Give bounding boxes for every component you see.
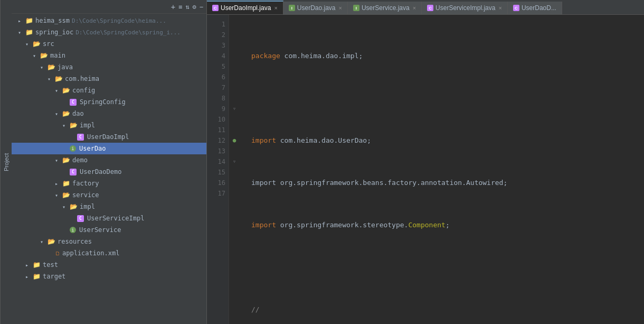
- project-vertical-label: Project: [0, 0, 12, 324]
- service-impl-arrow: ▾: [62, 204, 70, 210]
- settings-icon[interactable]: ⚙: [193, 3, 196, 11]
- user-dao-impl-icon: C: [77, 134, 84, 141]
- service-arrow: ▾: [55, 192, 62, 198]
- user-service-impl-icon: C: [77, 215, 84, 222]
- tree-item-application-xml[interactable]: 🗋 application.xml: [12, 247, 206, 259]
- tree-item-demo[interactable]: ▾ 📂 demo: [12, 154, 206, 166]
- line-num-8: 8: [207, 93, 229, 104]
- java-folder-icon: 📂: [48, 63, 55, 71]
- service-label: service: [72, 191, 99, 199]
- project-icon: 📁: [25, 17, 33, 24]
- test-folder-icon: 📁: [33, 261, 41, 269]
- tab-user-dao-impl[interactable]: C UserDaoImpl.java ×: [207, 1, 283, 14]
- project-tree: ▸ 📁 heima_ssm D:\Code\SpringCode\heima..…: [12, 14, 206, 324]
- tree-item-service[interactable]: ▾ 📂 service: [12, 189, 206, 201]
- service-folder-icon: 📂: [62, 191, 70, 199]
- line-num-5: 5: [207, 61, 229, 72]
- code-line-7: //: [251, 304, 644, 315]
- dao-folder-icon: 📂: [62, 110, 70, 117]
- code-line-2: [251, 93, 644, 104]
- main-folder-icon: 📂: [40, 52, 48, 59]
- tab-close-user-service[interactable]: ×: [413, 5, 416, 11]
- tree-item-resources[interactable]: ▾ 📂 resources: [12, 236, 206, 247]
- tab-user-dao-demo[interactable]: C UserDaoD...: [508, 2, 562, 14]
- tree-item-spring-ioc[interactable]: ▾ 📁 spring_ioc D:\Code\SpringCode\spring…: [12, 26, 206, 38]
- com-heima-folder-icon: 📂: [55, 75, 63, 82]
- dao-impl-label: impl: [80, 122, 95, 129]
- config-arrow: ▾: [55, 88, 62, 94]
- line-num-17: 17: [207, 188, 229, 199]
- factory-folder-icon: 📁: [62, 180, 70, 187]
- code-editor: 1 2 3 4 5 6 7 8 9 10 11 12 13 14 15 16 1: [207, 15, 644, 324]
- tree-item-spring-config[interactable]: C SpringConfig: [12, 96, 206, 108]
- spring-ioc-label: spring_ioc: [35, 29, 73, 36]
- user-service-badge: i: [70, 227, 76, 233]
- tree-item-user-service-impl[interactable]: C UserServiceImpl: [12, 212, 206, 224]
- tree-item-user-dao-impl[interactable]: C UserDaoImpl: [12, 131, 206, 143]
- user-dao-impl-label: UserDaoImpl: [87, 133, 129, 141]
- tree-item-heima-ssm[interactable]: ▸ 📁 heima_ssm D:\Code\SpringCode\heima..…: [12, 15, 206, 26]
- tree-item-dao-impl[interactable]: ▾ 📂 impl: [12, 119, 206, 131]
- service-impl-label: impl: [80, 203, 95, 210]
- tab-label-user-service: UserService.java: [362, 4, 410, 12]
- user-dao-badge: i: [70, 145, 76, 152]
- list-icon[interactable]: ≡: [178, 3, 182, 11]
- tab-close-user-dao[interactable]: ×: [339, 5, 342, 11]
- tree-item-test[interactable]: ▸ 📁 test: [12, 259, 206, 271]
- line-numbers: 1 2 3 4 5 6 7 8 9 10 11 12 13 14 15 16 1: [207, 15, 229, 324]
- add-icon[interactable]: +: [171, 3, 175, 11]
- com-heima-arrow: ▾: [48, 76, 55, 82]
- resources-arrow: ▾: [40, 239, 48, 245]
- user-dao-demo-label: UserDaoDemo: [80, 168, 121, 175]
- tab-user-dao[interactable]: I UserDao.java ×: [283, 2, 348, 14]
- tree-item-config[interactable]: ▾ 📂 config: [12, 85, 206, 96]
- dao-impl-folder-icon: 📂: [70, 122, 78, 129]
- heima-ssm-path: D:\Code\SpringCode\heima...: [72, 17, 166, 24]
- sidebar: + ≡ ⇅ ⚙ − ▸ 📁 heima_ssm D:\Code\SpringCo…: [12, 0, 207, 324]
- fold-line-14[interactable]: ▿: [229, 156, 240, 167]
- tree-item-service-impl[interactable]: ▾ 📂 impl: [12, 201, 206, 212]
- fold-line-9[interactable]: ▿: [229, 104, 240, 114]
- line-num-1: 1: [207, 19, 229, 30]
- project-folder-icon: 📁: [25, 29, 33, 36]
- minimize-icon[interactable]: −: [200, 3, 203, 11]
- spring-config-icon: C: [70, 99, 77, 106]
- spring-ioc-arrow: ▾: [18, 30, 25, 35]
- tree-item-user-service[interactable]: i UserService: [12, 224, 206, 236]
- tree-item-java[interactable]: ▾ 📂 java: [12, 61, 206, 73]
- line-num-6: 6: [207, 72, 229, 82]
- user-dao-label: UserDao: [79, 145, 106, 152]
- application-xml-label: application.xml: [62, 249, 119, 257]
- demo-folder-icon: 📂: [62, 156, 70, 164]
- tab-user-service-impl[interactable]: C UserServiceImpl.java ×: [422, 2, 508, 14]
- main-label: main: [50, 52, 65, 59]
- factory-label: factory: [72, 180, 99, 187]
- gutter: ▿ ● ▿: [229, 15, 240, 324]
- tree-item-factory[interactable]: ▸ 📁 factory: [12, 178, 206, 189]
- tree-item-user-dao-demo[interactable]: C UserDaoDemo: [12, 166, 206, 178]
- tree-item-user-dao[interactable]: i UserDao: [12, 143, 206, 154]
- tree-item-src[interactable]: ▾ 📂 src: [12, 38, 206, 50]
- target-label: target: [43, 273, 65, 280]
- tree-item-main[interactable]: ▾ 📂 main: [12, 50, 206, 61]
- resources-label: resources: [58, 238, 92, 245]
- tree-item-com-heima[interactable]: ▾ 📂 com.heima: [12, 73, 206, 85]
- tab-label-user-dao: UserDao.java: [297, 4, 336, 12]
- line-num-10: 10: [207, 114, 229, 125]
- factory-arrow: ▸: [55, 181, 62, 187]
- sort-icon[interactable]: ⇅: [185, 3, 189, 11]
- tree-item-dao[interactable]: ▾ 📂 dao: [12, 108, 206, 119]
- tree-item-target[interactable]: ▸ 📁 target: [12, 271, 206, 282]
- code-line-3: import com.heima.dao.UserDao;: [251, 135, 644, 146]
- tab-close-user-service-impl[interactable]: ×: [498, 5, 501, 11]
- code-line-1: package com.heima.dao.impl;: [251, 51, 644, 61]
- target-arrow: ▸: [25, 274, 33, 280]
- com-heima-label: com.heima: [65, 75, 99, 82]
- spring-config-label: SpringConfig: [80, 98, 126, 106]
- tab-icon-user-dao-demo2: C: [513, 5, 519, 11]
- tab-icon-user-service-impl: C: [427, 5, 433, 11]
- main-arrow: ▾: [33, 53, 40, 59]
- tab-close-user-dao-impl[interactable]: ×: [274, 5, 277, 11]
- run-icon-line-12[interactable]: ●: [229, 135, 240, 146]
- tab-user-service[interactable]: I UserService.java ×: [348, 2, 422, 14]
